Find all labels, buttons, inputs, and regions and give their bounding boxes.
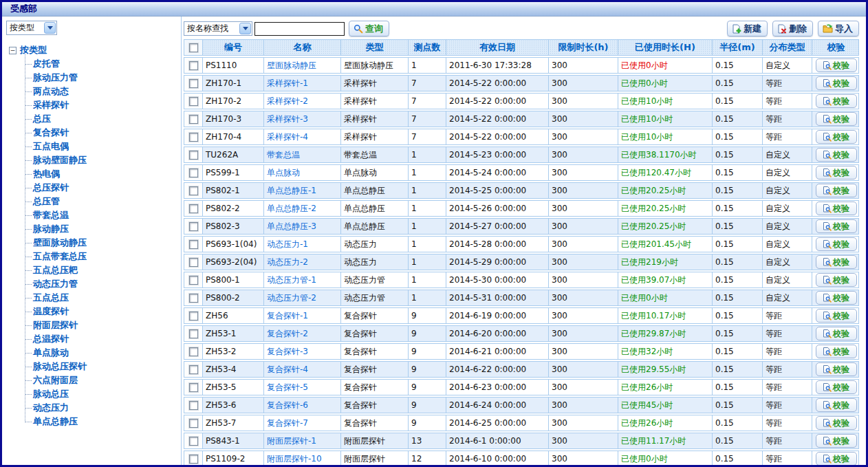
cell-name-link[interactable]: 复合探针-5 (263, 380, 340, 395)
chevron-down-icon[interactable] (239, 23, 251, 34)
verify-button[interactable]: 校验 (816, 291, 857, 305)
cell-name-link[interactable]: 复合探针-7 (263, 415, 340, 431)
verify-button[interactable]: 校验 (816, 94, 857, 108)
row-checkbox[interactable] (189, 115, 198, 124)
cell-name-link[interactable]: 壁面脉动静压 (263, 58, 340, 73)
row-checkbox[interactable] (189, 151, 198, 160)
verify-button[interactable]: 校验 (816, 219, 857, 233)
cell-name-link[interactable]: 采样探针-1 (263, 76, 340, 91)
tree-item[interactable]: 带套总温 (6, 208, 181, 222)
search-mode-select[interactable]: 按名称查找 (184, 21, 252, 36)
verify-button[interactable]: 校验 (816, 362, 857, 376)
collapse-minus-icon[interactable]: − (9, 47, 17, 54)
row-checkbox[interactable] (189, 169, 198, 177)
sidebar-filter-select[interactable]: 按类型 (6, 21, 57, 35)
verify-button[interactable]: 校验 (816, 148, 857, 162)
row-checkbox[interactable] (189, 79, 198, 88)
verify-button[interactable]: 校验 (816, 452, 857, 466)
cell-name-link[interactable]: 复合探针-4 (263, 362, 340, 377)
tree-item[interactable]: 动态压力管 (6, 277, 181, 291)
verify-button[interactable]: 校验 (816, 130, 857, 144)
row-checkbox[interactable] (189, 455, 198, 464)
tree-item[interactable]: 脉动总压 (6, 387, 181, 401)
verify-button[interactable]: 校验 (816, 237, 857, 251)
verify-button[interactable]: 校验 (816, 255, 857, 269)
cell-name-link[interactable]: 复合探针-3 (263, 344, 340, 359)
tree-item[interactable]: 动态压力 (6, 401, 181, 415)
verify-button[interactable]: 校验 (816, 202, 857, 215)
row-checkbox[interactable] (189, 383, 198, 392)
tree-item[interactable]: 脉动壁面静压 (6, 153, 181, 167)
tree-item[interactable]: 脉动总压探针 (6, 360, 181, 373)
row-checkbox[interactable] (189, 365, 198, 374)
verify-button[interactable]: 校验 (816, 416, 857, 430)
cell-name-link[interactable]: 采样探针-4 (263, 129, 340, 144)
tree-item[interactable]: 单点脉动 (6, 346, 181, 360)
tree-item[interactable]: 脉动静压 (6, 222, 181, 236)
verify-button[interactable]: 校验 (816, 273, 857, 287)
verify-button[interactable]: 校验 (816, 76, 857, 90)
tree-item[interactable]: 六点附面层 (6, 373, 181, 387)
tree-item[interactable]: 总压 (6, 112, 181, 126)
tree-item[interactable]: 单点总静压 (6, 415, 181, 428)
cell-name-link[interactable]: 带套总温 (263, 147, 340, 162)
tree-item[interactable]: 脉动压力管 (6, 71, 181, 85)
cell-name-link[interactable]: 采样探针-2 (263, 94, 340, 109)
tree-item[interactable]: 温度探针 (6, 305, 181, 318)
verify-button[interactable]: 校验 (816, 398, 857, 412)
tree-item[interactable]: 采样探针 (6, 98, 181, 112)
cell-name-link[interactable]: 复合探针-6 (263, 398, 340, 413)
tree-item[interactable]: 两点动态 (6, 85, 181, 98)
new-button[interactable]: 新建 (727, 21, 768, 36)
tree-root-node[interactable]: − 按类型 (6, 43, 181, 57)
cell-name-link[interactable]: 附面层探针-10 (263, 451, 340, 466)
tree-item[interactable]: 总温探针 (6, 332, 181, 346)
verify-button[interactable]: 校验 (816, 380, 857, 394)
verify-button[interactable]: 校验 (816, 166, 857, 180)
verify-button[interactable]: 校验 (816, 327, 857, 340)
row-checkbox[interactable] (189, 186, 198, 195)
row-checkbox[interactable] (189, 240, 198, 249)
cell-name-link[interactable]: 动态压力管-1 (263, 272, 340, 287)
row-checkbox[interactable] (189, 61, 198, 70)
query-button[interactable]: 查询 (349, 21, 389, 36)
row-checkbox[interactable] (189, 401, 198, 410)
cell-name-link[interactable]: 单点脉动 (263, 165, 340, 180)
tree-item[interactable]: 总压管 (6, 195, 181, 208)
cell-name-link[interactable]: 动态压力-1 (263, 237, 340, 252)
tree-item[interactable]: 五点电偶 (6, 140, 181, 153)
tree-item[interactable]: 五点总压 (6, 291, 181, 305)
tree-item[interactable]: 复合探针 (6, 126, 181, 140)
delete-button[interactable]: 删除 (772, 21, 813, 36)
cell-name-link[interactable]: 单点总静压-3 (263, 219, 340, 234)
verify-button[interactable]: 校验 (816, 58, 857, 72)
cell-name-link[interactable]: 附面层探针-1 (263, 433, 340, 448)
row-checkbox[interactable] (189, 329, 198, 338)
verify-button[interactable]: 校验 (816, 434, 857, 448)
row-checkbox[interactable] (189, 222, 198, 231)
cell-name-link[interactable]: 单点总静压-2 (263, 201, 340, 216)
tree-item[interactable]: 皮托管 (6, 57, 181, 71)
verify-button[interactable]: 校验 (816, 184, 857, 197)
chevron-down-icon[interactable] (44, 22, 56, 34)
verify-button[interactable]: 校验 (816, 345, 857, 358)
import-button[interactable]: 导入 (818, 21, 859, 36)
row-checkbox[interactable] (189, 312, 198, 321)
verify-button[interactable]: 校验 (816, 309, 857, 323)
cell-name-link[interactable]: 单点总静压-1 (263, 183, 340, 198)
row-checkbox[interactable] (189, 204, 198, 213)
verify-button[interactable]: 校验 (816, 112, 857, 126)
row-checkbox[interactable] (189, 258, 198, 267)
row-checkbox[interactable] (189, 419, 198, 428)
tree-item[interactable]: 热电偶 (6, 167, 181, 181)
cell-name-link[interactable]: 动态压力管-2 (263, 290, 340, 305)
cell-name-link[interactable]: 复合探针-1 (263, 308, 340, 323)
tree-item[interactable]: 五点带套总压 (6, 250, 181, 263)
cell-name-link[interactable]: 采样探针-3 (263, 111, 340, 127)
row-checkbox[interactable] (189, 276, 198, 285)
row-checkbox[interactable] (189, 294, 198, 303)
cell-name-link[interactable]: 动态压力-2 (263, 254, 340, 270)
row-checkbox[interactable] (189, 133, 198, 142)
select-all-checkbox[interactable] (189, 43, 198, 52)
row-checkbox[interactable] (189, 97, 198, 106)
